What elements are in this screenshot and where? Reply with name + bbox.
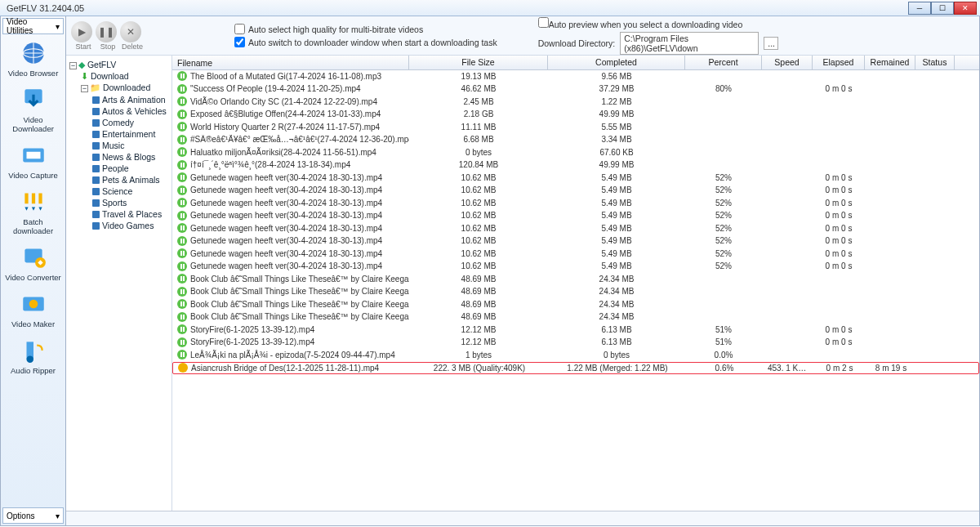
tree-category[interactable]: Autos & Vehicles bbox=[68, 105, 170, 117]
tree-category[interactable]: Music bbox=[68, 140, 170, 151]
row-completed: 24.34 MB bbox=[548, 312, 685, 321]
delete-button[interactable]: ✕ bbox=[120, 21, 141, 42]
table-row[interactable]: #SÂ®eâ€¹Ã¥â€° æŒ‰å…¬â€¹â€¹(27-4-2024 12-… bbox=[172, 134, 979, 147]
tree-root[interactable]: −◆ GetFLV bbox=[68, 59, 170, 70]
table-row[interactable]: Book Club â€˜Small Things Like Theseâ€™ … bbox=[172, 273, 979, 286]
col-completed[interactable]: Completed bbox=[548, 56, 685, 69]
table-row[interactable]: World History Quarter 2 R(27-4-2024 11-1… bbox=[172, 121, 979, 134]
conv-icon bbox=[20, 243, 47, 271]
row-completed: 9.56 MB bbox=[548, 72, 685, 81]
table-row[interactable]: Asiancrush Bridge of Des(12-1-2025 11-28… bbox=[172, 362, 979, 375]
row-completed: 5.49 MB bbox=[548, 224, 685, 233]
sidebar-item-audio[interactable]: Audio Ripper bbox=[4, 337, 63, 375]
row-filesize: 1 bytes bbox=[409, 351, 548, 360]
table-row[interactable]: í†¤í¯¸´ê¸°ëªì°¾ê¸°(28-4-2024 13-18-34).m… bbox=[172, 159, 979, 172]
row-filename: #SÂ®eâ€¹Ã¥â€° æŒ‰å…¬â€¹â€¹(27-4-2024 12-… bbox=[190, 135, 409, 144]
auto-hq-checkbox[interactable] bbox=[234, 24, 245, 34]
col-status[interactable]: Status bbox=[915, 56, 955, 69]
table-row[interactable]: Book Club â€˜Small Things Like Theseâ€™ … bbox=[172, 286, 979, 299]
table-row[interactable]: Getunede wagen heeft ver(30-4-2024 18-30… bbox=[172, 261, 979, 274]
titlebar: GetFLV 31.2404.05 ─ ☐ ✕ bbox=[0, 0, 980, 16]
row-remained: 8 m 19 s bbox=[866, 364, 916, 373]
maximize-button[interactable]: ☐ bbox=[931, 2, 954, 15]
minimize-button[interactable]: ─ bbox=[908, 2, 931, 15]
tree-category[interactable]: Video Games bbox=[68, 220, 170, 231]
table-row[interactable]: Exposed â€§Blutige Offen(24-4-2024 13-01… bbox=[172, 109, 979, 122]
table-row[interactable]: Getunede wagen heeft ver(30-4-2024 18-30… bbox=[172, 197, 979, 210]
row-filename: StoryFire(6-1-2025 13-39-12).mp4 bbox=[190, 325, 314, 334]
pause-icon bbox=[177, 274, 187, 284]
table-row[interactable]: Getunede wagen heeft ver(30-4-2024 18-30… bbox=[172, 248, 979, 261]
col-filename[interactable]: Filename bbox=[172, 56, 409, 69]
browse-dir-button[interactable]: ... bbox=[764, 37, 778, 50]
table-row[interactable]: Book Club â€˜Small Things Like Theseâ€™ … bbox=[172, 298, 979, 311]
row-filename: Getunede wagen heeft ver(30-4-2024 18-30… bbox=[190, 211, 382, 220]
row-elapsed: 0 m 2 s bbox=[813, 364, 866, 373]
tree-category-label: Entertainment bbox=[102, 129, 155, 139]
sidebar-item-maker[interactable]: Video Maker bbox=[4, 290, 63, 328]
tree-category[interactable]: Travel & Places bbox=[68, 208, 170, 220]
table-row[interactable]: "Success Of People (19-4-2024 11-20-25).… bbox=[172, 83, 979, 96]
sidebar-item-label: Video Downloader bbox=[4, 115, 63, 133]
table-row[interactable]: VidÃ©o Orlando City SC (21-4-2024 12-22-… bbox=[172, 96, 979, 109]
tree-category[interactable]: Sports bbox=[68, 197, 170, 208]
download-icon bbox=[178, 363, 188, 373]
row-elapsed: 0 m 0 s bbox=[813, 84, 865, 93]
sidebar-item-cap[interactable]: Video Capture bbox=[4, 141, 63, 180]
row-filename: Getunede wagen heeft ver(30-4-2024 18-30… bbox=[190, 173, 382, 182]
tree-category[interactable]: Arts & Animation bbox=[68, 94, 170, 105]
utilities-dropdown[interactable]: Video Utilities ▾ bbox=[2, 18, 64, 34]
auto-preview-checkbox[interactable] bbox=[538, 17, 549, 28]
col-speed[interactable]: Speed bbox=[762, 56, 813, 69]
sidebar-item-label: Audio Ripper bbox=[4, 366, 63, 375]
sidebar-item-conv[interactable]: Video Converter bbox=[4, 243, 63, 282]
close-button[interactable]: ✕ bbox=[954, 2, 977, 15]
table-row[interactable]: Getunede wagen heeft ver(30-4-2024 18-30… bbox=[172, 172, 979, 185]
row-completed: 24.34 MB bbox=[548, 287, 685, 296]
tree-category-label: Comedy bbox=[102, 118, 134, 127]
table-row[interactable]: StoryFire(6-1-2025 13-39-12).mp412.12 MB… bbox=[172, 337, 979, 350]
table-row[interactable]: LeÅ¾Ã¡ki na plÃ¡Å¾i - epizoda(7-5-2024 0… bbox=[172, 349, 979, 362]
tree-category[interactable]: Comedy bbox=[68, 117, 170, 128]
col-filesize[interactable]: File Size bbox=[409, 56, 548, 69]
row-filename: Getunede wagen heeft ver(30-4-2024 18-30… bbox=[190, 249, 382, 258]
col-percent[interactable]: Percent bbox=[685, 56, 762, 69]
tree-downloaded[interactable]: −📁 Downloaded bbox=[68, 82, 170, 94]
sidebar-item-batch[interactable]: Batch downloader bbox=[4, 188, 63, 235]
sidebar-item-down[interactable]: Video Downloader bbox=[4, 86, 63, 133]
tree-download[interactable]: ⬇ Download bbox=[68, 70, 170, 82]
download-dir-field[interactable]: C:\Program Files (x86)\GetFLV\down bbox=[620, 32, 759, 55]
col-remained[interactable]: Remained bbox=[865, 56, 915, 69]
tree-category[interactable]: Science bbox=[68, 185, 170, 197]
row-filename: LeÅ¾Ã¡ki na plÃ¡Å¾i - epizoda(7-5-2024 0… bbox=[190, 351, 395, 360]
svg-rect-4 bbox=[26, 152, 40, 159]
row-elapsed: 0 m 0 s bbox=[813, 337, 865, 346]
folder-icon bbox=[92, 119, 100, 127]
options-dropdown[interactable]: Options ▾ bbox=[2, 507, 64, 524]
table-row[interactable]: StoryFire(6-1-2025 13-39-12).mp412.12 MB… bbox=[172, 324, 979, 337]
table-row[interactable]: Getunede wagen heeft ver(30-4-2024 18-30… bbox=[172, 210, 979, 223]
table-row[interactable]: Getunede wagen heeft ver(30-4-2024 18-30… bbox=[172, 222, 979, 235]
auto-switch-checkbox[interactable] bbox=[234, 37, 245, 47]
tree-category[interactable]: Entertainment bbox=[68, 128, 170, 140]
table-row[interactable]: Getunede wagen heeft ver(30-4-2024 18-30… bbox=[172, 185, 979, 198]
sidebar-item-label: Video Capture bbox=[4, 171, 63, 180]
table-row[interactable]: Haluatko miljonÃ¤Ã¤riksi(28-4-2024 11-56… bbox=[172, 146, 979, 159]
row-completed: 5.49 MB bbox=[548, 261, 685, 270]
stop-button[interactable]: ❚❚ bbox=[96, 21, 117, 42]
row-completed: 1.22 MB bbox=[548, 97, 685, 106]
auto-hq-label: Auto select high quality for multi-bitra… bbox=[248, 25, 423, 34]
tree-category-label: People bbox=[102, 163, 129, 173]
table-row[interactable]: Getunede wagen heeft ver(30-4-2024 18-30… bbox=[172, 235, 979, 248]
col-elapsed[interactable]: Elapsed bbox=[813, 56, 865, 69]
start-button[interactable]: ▶ bbox=[71, 21, 92, 42]
table-row[interactable]: The Blood of a Mutated Gi(17-4-2024 16-1… bbox=[172, 70, 979, 83]
tree-category[interactable]: People bbox=[68, 163, 170, 174]
row-filesize: 2.45 MB bbox=[409, 97, 548, 106]
sidebar-item-globe[interactable]: Video Browser bbox=[4, 39, 63, 78]
tree-category[interactable]: News & Blogs bbox=[68, 151, 170, 163]
row-elapsed: 0 m 0 s bbox=[813, 199, 865, 208]
row-elapsed: 0 m 0 s bbox=[813, 261, 865, 270]
tree-category[interactable]: Pets & Animals bbox=[68, 174, 170, 185]
table-row[interactable]: Book Club â€˜Small Things Like Theseâ€™ … bbox=[172, 311, 979, 324]
